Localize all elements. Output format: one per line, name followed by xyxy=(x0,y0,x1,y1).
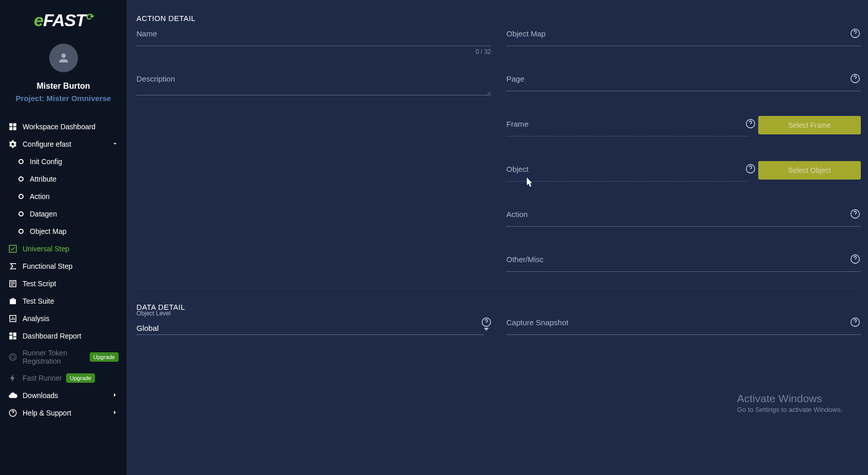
field-frame: Frame Select Frame xyxy=(506,120,861,136)
nav-dashboard-report[interactable]: Dashboard Report xyxy=(0,327,127,345)
caret-down-icon xyxy=(484,328,489,331)
description-input[interactable] xyxy=(136,75,491,95)
nav-fast-runner[interactable]: Fast Runner Upgrade xyxy=(0,369,127,387)
nav-init-config[interactable]: Init Config xyxy=(10,153,127,170)
bullet-icon xyxy=(18,194,24,199)
nav-label: Configure efast xyxy=(23,140,71,148)
briefcase-icon xyxy=(8,296,17,306)
field-object-map: Object Map xyxy=(506,30,861,46)
help-icon[interactable] xyxy=(745,163,756,174)
sidebar: eFAST⟳ Mister Burton Project: Mister Omn… xyxy=(0,0,127,475)
nav-label: Test Script xyxy=(23,280,56,288)
nav-configure-efast[interactable]: Configure efast xyxy=(0,135,127,153)
action-input[interactable] xyxy=(506,210,861,227)
field-page: Page xyxy=(506,75,861,91)
main-content: ACTION DETAIL Name 0 / 32 Description Ob… xyxy=(127,0,868,475)
chevron-down-icon xyxy=(111,140,119,149)
nav-datagen[interactable]: Datagen xyxy=(10,205,127,223)
field-other-misc: Other/Misc xyxy=(506,255,861,272)
bullet-icon xyxy=(18,229,24,234)
help-icon[interactable] xyxy=(745,118,756,129)
svg-point-0 xyxy=(9,353,16,361)
object-input[interactable] xyxy=(506,165,748,182)
nav-downloads[interactable]: Downloads xyxy=(0,387,127,404)
nav: Workspace Dashboard Configure efast Init… xyxy=(0,110,127,475)
nav-label: Init Config xyxy=(30,157,62,166)
nav-universal-step[interactable]: Universal Step xyxy=(0,240,127,258)
frame-input[interactable] xyxy=(506,120,748,136)
user-icon xyxy=(57,51,70,65)
name-input[interactable] xyxy=(136,30,491,46)
nav-runner-token[interactable]: Runner Token Registration Upgrade xyxy=(0,345,127,369)
divider xyxy=(136,288,861,289)
nav-workspace-dashboard[interactable]: Workspace Dashboard xyxy=(0,118,127,135)
object-level-value: Global xyxy=(136,319,484,335)
nav-analysis[interactable]: Analysis xyxy=(0,310,127,327)
chevron-right-icon xyxy=(111,391,119,400)
nav-help-support[interactable]: Help & Support xyxy=(0,404,127,422)
avatar[interactable] xyxy=(49,44,78,72)
nav-label: Runner Token Registration xyxy=(23,349,86,365)
watermark-title: Activate Windows xyxy=(737,392,842,405)
bullet-icon xyxy=(18,176,24,182)
help-icon[interactable] xyxy=(850,28,861,39)
project-name: Project: Mister Omniverse xyxy=(0,94,127,103)
field-object-level: Object Level Global xyxy=(136,319,491,335)
nav-label: Functional Step xyxy=(23,262,72,270)
nav-test-suite[interactable]: Test Suite xyxy=(0,292,127,310)
field-object: Object Select Object xyxy=(506,165,861,182)
nav-label: Object Map xyxy=(30,227,67,235)
bullet-icon xyxy=(18,159,24,164)
nav-label: Analysis xyxy=(23,314,49,323)
name-counter: 0 / 32 xyxy=(476,48,491,55)
field-action: Action xyxy=(506,210,861,227)
windows-watermark: Activate Windows Go to Settings to activ… xyxy=(737,392,842,413)
help-icon[interactable] xyxy=(850,73,861,84)
bullet-icon xyxy=(18,211,24,216)
object-level-select[interactable]: Global xyxy=(136,319,491,335)
chevron-right-icon xyxy=(111,409,119,418)
nav-label: Attribute xyxy=(30,175,56,183)
capture-snapshot-input[interactable] xyxy=(506,319,861,335)
cloud-download-icon xyxy=(8,391,17,400)
object-map-input[interactable] xyxy=(506,30,861,46)
sigma-icon xyxy=(8,262,17,271)
help-icon[interactable] xyxy=(481,316,492,328)
nav-test-script[interactable]: Test Script xyxy=(0,275,127,292)
field-capture-snapshot: Capture Snapshot xyxy=(506,319,861,335)
upgrade-badge[interactable]: Upgrade xyxy=(66,373,95,383)
nav-object-map[interactable]: Object Map xyxy=(10,223,127,240)
nav-action[interactable]: Action xyxy=(10,188,127,205)
nav-label: Dashboard Report xyxy=(23,332,81,340)
page-input[interactable] xyxy=(506,75,861,91)
bolt-icon xyxy=(8,373,17,383)
nav-label: Downloads xyxy=(23,391,58,400)
help-icon[interactable] xyxy=(850,253,861,265)
select-frame-button[interactable]: Select Frame xyxy=(758,116,861,134)
username: Mister Burton xyxy=(0,82,127,91)
grid-icon xyxy=(8,122,17,131)
nav-label: Workspace Dashboard xyxy=(23,123,95,131)
step-icon xyxy=(8,244,17,253)
nav-label: Datagen xyxy=(30,210,57,218)
field-name: Name 0 / 32 xyxy=(136,30,491,46)
data-detail-title: DATA DETAIL xyxy=(136,303,861,311)
fingerprint-icon xyxy=(8,352,17,362)
gear-icon xyxy=(8,140,17,149)
nav-label: Test Suite xyxy=(23,297,54,305)
help-icon[interactable] xyxy=(850,208,861,220)
dashboard-icon xyxy=(8,331,17,341)
help-icon xyxy=(8,408,17,418)
profile-block: Mister Burton Project: Mister Omniverse xyxy=(0,39,127,110)
chart-icon xyxy=(8,314,17,323)
other-misc-input[interactable] xyxy=(506,255,861,272)
help-icon[interactable] xyxy=(850,316,861,328)
nav-attribute[interactable]: Attribute xyxy=(10,170,127,188)
nav-label: Help & Support xyxy=(23,409,71,417)
svg-point-1 xyxy=(11,355,15,359)
nav-label: Fast Runner xyxy=(23,374,62,382)
select-object-button[interactable]: Select Object xyxy=(758,161,861,180)
upgrade-badge[interactable]: Upgrade xyxy=(90,352,119,362)
nav-functional-step[interactable]: Functional Step xyxy=(0,258,127,275)
nav-configure-sub: Init Config Attribute Action Datagen Obj… xyxy=(0,153,127,240)
